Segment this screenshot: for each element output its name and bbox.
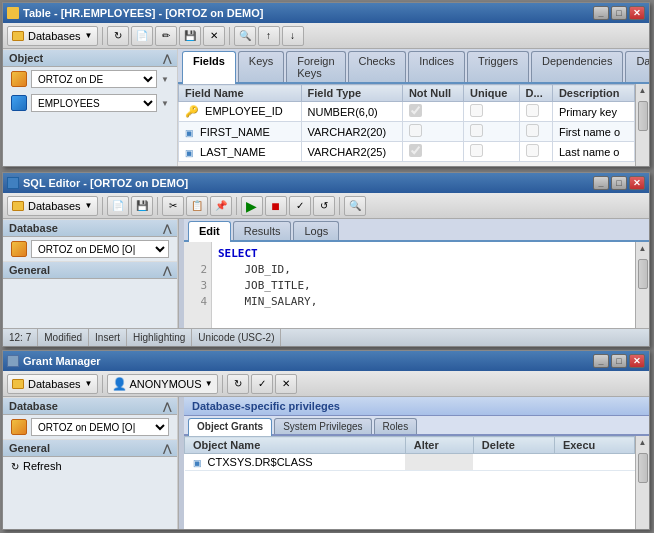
maximize-button[interactable]: □ <box>611 6 627 20</box>
table-select[interactable]: EMPLOYEES <box>31 94 157 112</box>
grant-scrollbar[interactable]: ▲ <box>635 436 649 529</box>
general-collapse-icon[interactable]: ⋀ <box>163 443 171 454</box>
database-collapse-icon[interactable]: ⋀ <box>163 401 171 412</box>
general-section-header: General ⋀ <box>3 261 177 279</box>
tab-keys[interactable]: Keys <box>238 51 284 82</box>
sql-db-select[interactable]: ORTOZ on DEMO [O| <box>31 240 169 258</box>
minimize-button[interactable]: _ <box>593 354 609 368</box>
databases-label: Databases <box>28 200 81 212</box>
field-name: EMPLOYEE_ID <box>205 105 283 117</box>
db-icon <box>12 379 24 389</box>
table-row[interactable]: ▣ CTXSYS.DR$CLASS <box>185 454 635 471</box>
tab-edit[interactable]: Edit <box>188 221 231 242</box>
sql-databases-dropdown[interactable]: Databases ▼ <box>7 196 98 216</box>
tab-dependencies[interactable]: Dependencies <box>531 51 623 82</box>
delete-btn[interactable]: ✕ <box>203 26 225 46</box>
scroll-thumb[interactable] <box>638 101 648 131</box>
close-button[interactable]: ✕ <box>629 176 645 190</box>
down-btn[interactable]: ↓ <box>282 26 304 46</box>
table-row[interactable]: 🔑 EMPLOYEE_ID NUMBER(6,0) Primary key <box>179 102 635 122</box>
tab-results[interactable]: Results <box>233 221 292 240</box>
tab-fields[interactable]: Fields <box>182 51 236 84</box>
user-selector[interactable]: 👤 ANONYMOUS ▼ <box>107 374 218 394</box>
tab-logs[interactable]: Logs <box>293 221 339 240</box>
database-collapse-icon[interactable]: ⋀ <box>163 223 171 234</box>
sql-scrollbar[interactable]: ▲ <box>635 242 649 328</box>
tab-foreign-keys[interactable]: Foreign Keys <box>286 51 345 82</box>
d-check <box>526 144 539 157</box>
general-label: General <box>9 264 50 276</box>
tab-triggers[interactable]: Triggers <box>467 51 529 82</box>
revoke-btn[interactable]: ✕ <box>275 374 297 394</box>
search-btn[interactable]: 🔍 <box>344 196 366 216</box>
grant-db-item[interactable]: ORTOZ on DEMO [O| <box>3 415 177 439</box>
line-num: 2 <box>184 262 207 278</box>
general-collapse-icon[interactable]: ⋀ <box>163 265 171 276</box>
new-btn[interactable]: 📄 <box>131 26 153 46</box>
save-btn[interactable]: 💾 <box>131 196 153 216</box>
not-null-check <box>409 104 422 117</box>
object-label: Object <box>9 52 43 64</box>
sql-window-controls: _ □ ✕ <box>593 176 645 190</box>
tab-data[interactable]: Data <box>625 51 649 82</box>
databases-dropdown[interactable]: Databases ▼ <box>7 26 98 46</box>
state-status: Modified <box>38 329 89 346</box>
fields-table-container[interactable]: Field Name Field Type Not Null Unique D.… <box>178 84 635 166</box>
refresh-item[interactable]: ↻ Refresh <box>3 457 177 475</box>
table-row[interactable]: ▣ LAST_NAME VARCHAR2(25) Last name o <box>179 142 635 162</box>
close-button[interactable]: ✕ <box>629 354 645 368</box>
rollback-btn[interactable]: ↺ <box>313 196 335 216</box>
close-button[interactable]: ✕ <box>629 6 645 20</box>
table-left-panel: Object ⋀ ORTOZ on DE ▼ EMPLOYEES ▼ <box>3 49 178 166</box>
refresh-btn[interactable]: ↻ <box>227 374 249 394</box>
table-row[interactable]: ▣ FIRST_NAME VARCHAR2(20) First name o <box>179 122 635 142</box>
object-collapse-icon[interactable]: ⋀ <box>163 53 171 64</box>
cursor-position: 12: 7 <box>9 332 31 343</box>
sql-db-item-icon <box>11 241 27 257</box>
sql-db-panel-item[interactable]: ORTOZ on DEMO [O| <box>3 237 177 261</box>
copy-btn[interactable]: 📋 <box>186 196 208 216</box>
cut-btn[interactable]: ✂ <box>162 196 184 216</box>
scroll-thumb[interactable] <box>638 259 648 289</box>
col-unique: Unique <box>463 85 519 102</box>
sql-editor-text[interactable]: SELECT JOB_ID, JOB_TITLE, MIN_SALARY, <box>212 242 635 328</box>
scroll-up-arrow[interactable]: ▲ <box>639 242 647 255</box>
scroll-up-arrow[interactable]: ▲ <box>639 84 647 97</box>
maximize-button[interactable]: □ <box>611 176 627 190</box>
not-null-cell <box>402 122 463 142</box>
up-btn[interactable]: ↑ <box>258 26 280 46</box>
filter-btn[interactable]: 🔍 <box>234 26 256 46</box>
grant-btn[interactable]: ✓ <box>251 374 273 394</box>
minimize-button[interactable]: _ <box>593 176 609 190</box>
tab-roles[interactable]: Roles <box>374 418 418 434</box>
tab-checks[interactable]: Checks <box>348 51 407 82</box>
scroll-up-arrow[interactable]: ▲ <box>639 436 647 449</box>
field-name: LAST_NAME <box>200 146 265 158</box>
maximize-button[interactable]: □ <box>611 354 627 368</box>
edit-btn[interactable]: ✏ <box>155 26 177 46</box>
save-btn[interactable]: 💾 <box>179 26 201 46</box>
tab-object-grants[interactable]: Object Grants <box>188 418 272 436</box>
paste-btn[interactable]: 📌 <box>210 196 232 216</box>
db-select[interactable]: ORTOZ on DE <box>31 70 157 88</box>
sql-status-bar: 12: 7 Modified Insert Highlighting Unico… <box>3 328 649 346</box>
databases-label: Databases <box>28 378 81 390</box>
stop-btn[interactable]: ■ <box>265 196 287 216</box>
grant-right-panel: Database-specific privileges Object Gran… <box>184 397 649 529</box>
scroll-thumb[interactable] <box>638 453 648 483</box>
minimize-button[interactable]: _ <box>593 6 609 20</box>
grant-table-scroll[interactable]: Object Name Alter Delete Execu ▣ CTXSYS.… <box>184 436 635 529</box>
db-panel-item[interactable]: ORTOZ on DE ▼ <box>3 67 177 91</box>
grant-databases-dropdown[interactable]: Databases ▼ <box>7 374 98 394</box>
table-panel-item[interactable]: EMPLOYEES ▼ <box>3 91 177 115</box>
grant-db-select[interactable]: ORTOZ on DEMO [O| <box>31 418 169 436</box>
new-btn[interactable]: 📄 <box>107 196 129 216</box>
db-item-icon <box>11 71 27 87</box>
commit-btn[interactable]: ✓ <box>289 196 311 216</box>
fields-scrollbar[interactable]: ▲ <box>635 84 649 166</box>
run-btn[interactable]: ▶ <box>241 196 263 216</box>
refresh-btn[interactable]: ↻ <box>107 26 129 46</box>
tab-indices[interactable]: Indices <box>408 51 465 82</box>
sql-line-4: MIN_SALARY, <box>218 295 317 308</box>
tab-system-privileges[interactable]: System Privileges <box>274 418 371 434</box>
